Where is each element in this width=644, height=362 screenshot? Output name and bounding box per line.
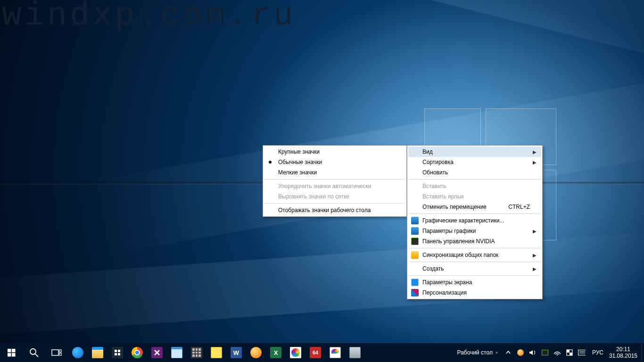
menu-personalize[interactable]: Персонализация (408, 288, 541, 298)
task-view-button[interactable] (45, 343, 68, 362)
menu-label: Обновить (422, 169, 448, 176)
tray-network-icon[interactable] (553, 349, 561, 356)
app-notepad[interactable] (167, 343, 187, 362)
sync-folders-icon (411, 251, 419, 259)
chrome-icon (132, 347, 143, 358)
tray-gpu-icon[interactable] (541, 349, 549, 356)
radio-checked-icon (269, 161, 272, 164)
svg-rect-11 (115, 353, 117, 355)
notepad-icon (171, 347, 182, 358)
svg-rect-17 (578, 350, 586, 355)
taskbar-left (0, 343, 68, 362)
qip-icon (250, 347, 262, 358)
chevrons-icon: » (495, 350, 498, 355)
clock[interactable]: 20:11 31.08.2015 (607, 343, 641, 362)
app-store[interactable] (107, 343, 127, 362)
menu-shortcut: CTRL+Z (508, 204, 530, 210)
app-word[interactable]: W (226, 343, 246, 362)
menu-label: Вид (422, 148, 433, 155)
app-chrome[interactable] (127, 343, 147, 362)
menu-undo-move[interactable]: Отменить перемещение CTRL+Z (408, 202, 541, 212)
personalize-icon (411, 289, 419, 296)
start-button[interactable] (0, 343, 23, 362)
app-file-explorer[interactable] (88, 343, 107, 362)
search-icon (29, 348, 39, 357)
visual-studio-icon (151, 347, 163, 358)
store-icon (112, 347, 123, 358)
tray-volume-icon[interactable] (529, 349, 537, 356)
menu-sync-shared-folders[interactable]: Синхронизация общих папок ▶ (408, 250, 541, 260)
menu-refresh[interactable]: Обновить (408, 167, 541, 178)
paintnet-icon (290, 347, 301, 358)
submenu-arrow-icon: ▶ (533, 229, 537, 234)
tray-app-icon[interactable] (517, 349, 524, 356)
edge-icon (72, 347, 83, 358)
menu-graphics-options[interactable]: Параметры графики ▶ (408, 226, 541, 236)
app-visual-studio[interactable] (147, 343, 167, 362)
menu-label: Создать (422, 265, 444, 272)
desktop[interactable]: windxp.com.ru Крупные значки Обычные зна… (0, 0, 644, 343)
menu-auto-arrange[interactable]: Упорядочить значки автоматически (264, 181, 405, 191)
menu-paste-shortcut[interactable]: Вставить ярлык (408, 191, 541, 202)
app-aida64[interactable]: 64 (305, 343, 325, 362)
language-indicator[interactable]: РУС (588, 343, 607, 362)
watermark-text: windxp.com.ru (2, 0, 296, 34)
menu-sort[interactable]: Сортировка ▶ (408, 157, 541, 167)
language-label: РУС (592, 349, 603, 356)
nvidia-icon (411, 238, 419, 245)
menu-new[interactable]: Создать ▶ (408, 263, 541, 274)
menu-label: Упорядочить значки автоматически (278, 183, 371, 189)
show-desktop-button[interactable] (641, 343, 644, 362)
menu-view[interactable]: Вид ▶ (408, 147, 541, 157)
app-qip[interactable] (246, 343, 266, 362)
menu-label: Отменить перемещение (422, 204, 487, 210)
calculator-icon (191, 347, 202, 358)
menu-label: Панель управления NVIDIA (422, 238, 495, 245)
svg-rect-1 (12, 349, 16, 353)
app-generic[interactable] (345, 343, 365, 362)
wallpaper-beam (0, 228, 644, 337)
app-sticky-notes[interactable] (206, 343, 226, 362)
menu-small-icons[interactable]: Мелкие значки (264, 167, 405, 178)
generic-app-icon (349, 347, 361, 358)
app-calculator[interactable] (187, 343, 206, 362)
menu-large-icons[interactable]: Крупные значки (264, 147, 405, 157)
submenu-arrow-icon: ▶ (533, 149, 537, 155)
menu-show-desktop-icons[interactable]: Отображать значки рабочего стола (264, 205, 405, 215)
tray-security-icon[interactable] (566, 349, 573, 356)
menu-nvidia-control-panel[interactable]: Панель управления NVIDIA (408, 236, 541, 247)
taskbar-spacer (365, 343, 453, 362)
svg-line-5 (35, 354, 38, 357)
app-excel[interactable]: X (266, 343, 286, 362)
svg-rect-7 (59, 350, 61, 352)
clock-time: 20:11 (609, 346, 637, 353)
menu-label: Параметры экрана (422, 279, 472, 286)
app-paintnet[interactable] (286, 343, 305, 362)
menu-align-grid[interactable]: Выровнять значки по сетке (264, 191, 405, 202)
svg-rect-0 (8, 349, 11, 353)
menu-label: Крупные значки (278, 148, 320, 155)
menu-display-settings[interactable]: Параметры экрана (408, 277, 541, 288)
svg-rect-15 (567, 350, 570, 353)
mspaint-icon (330, 347, 341, 358)
tray-keyboard-icon[interactable] (578, 349, 586, 356)
search-button[interactable] (23, 343, 45, 362)
app-edge[interactable] (68, 343, 88, 362)
menu-medium-icons[interactable]: Обычные значки (264, 157, 405, 167)
menu-paste[interactable]: Вставить (408, 181, 541, 191)
menu-separator (409, 262, 541, 262)
intel-gfx-icon (411, 227, 419, 235)
svg-rect-10 (118, 350, 120, 352)
aida64-icon: 64 (310, 347, 321, 358)
svg-rect-3 (12, 353, 16, 357)
task-view-icon (51, 349, 62, 356)
menu-graphics-properties[interactable]: Графические характеристики... (408, 215, 541, 226)
taskbar-pinned-apps: W X 64 (68, 343, 365, 362)
taskbar: W X 64 Рабочий стол » РУС 20:11 31.08.20… (0, 343, 644, 362)
system-tray (502, 343, 588, 362)
tray-overflow-button[interactable] (504, 349, 512, 356)
desktop-toolbar[interactable]: Рабочий стол » (453, 343, 502, 362)
menu-separator (409, 248, 541, 248)
app-paint[interactable] (325, 343, 345, 362)
menu-label: Выровнять значки по сетке (278, 193, 349, 200)
